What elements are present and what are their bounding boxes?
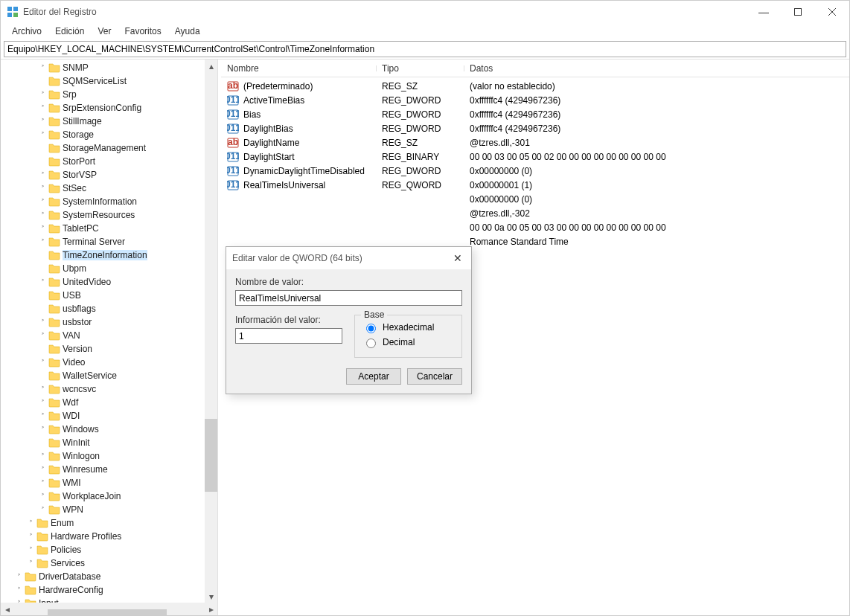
key-tree[interactable]: ˃SNMPSQMServiceList˃Srp˃SrpExtensionConf…	[1, 60, 218, 615]
expand-icon[interactable]: ˃	[36, 493, 48, 501]
expand-icon[interactable]: ˃	[25, 533, 36, 541]
dialog-titlebar[interactable]: Editar valor de QWORD (64 bits) ✕	[226, 247, 471, 269]
tree-item[interactable]: ˃Input	[1, 597, 217, 603]
tree-item[interactable]: ˃WDI	[1, 409, 217, 423]
column-type[interactable]: Tipo	[376, 63, 464, 74]
tree-item[interactable]: ˃StillImage	[1, 115, 217, 128]
expand-icon[interactable]: ˃	[36, 64, 48, 72]
tree-item[interactable]: ˃Winresume	[1, 463, 217, 476]
value-data-input[interactable]	[235, 328, 342, 344]
value-row[interactable]: 011DaylightStartREG_BINARY00 00 03 00 05…	[221, 150, 849, 164]
menu-view[interactable]: Ver	[91, 25, 118, 38]
tree-item[interactable]: ˃UnitedVideo	[1, 275, 217, 289]
minimize-button[interactable]: —	[747, 1, 781, 23]
tree-item[interactable]: ˃Services	[1, 556, 217, 570]
expand-icon[interactable]: ˃	[36, 479, 48, 487]
expand-icon[interactable]: ˃	[36, 225, 48, 233]
tree-item[interactable]: ˃Terminal Server	[1, 235, 217, 248]
tree-item[interactable]: ˃Enum	[1, 516, 217, 530]
tree-item[interactable]: Ubpm	[1, 262, 217, 275]
menu-favorites[interactable]: Favoritos	[118, 25, 167, 38]
maximize-button[interactable]	[781, 1, 815, 23]
expand-icon[interactable]: ˃	[36, 211, 48, 219]
tree-horizontal-scrollbar[interactable]: ◂ ▸	[1, 603, 217, 615]
tree-item[interactable]: ˃SrpExtensionConfig	[1, 101, 217, 115]
tree-item[interactable]: ˃Policies	[1, 543, 217, 556]
expand-icon[interactable]: ˃	[36, 412, 48, 420]
tree-item[interactable]: SQMServiceList	[1, 74, 217, 88]
expand-icon[interactable]: ˃	[25, 546, 36, 554]
expand-icon[interactable]: ˃	[36, 506, 48, 514]
expand-icon[interactable]: ˃	[25, 559, 36, 568]
expand-icon[interactable]: ˃	[36, 385, 48, 394]
tree-item[interactable]: ˃HardwareConfig	[1, 583, 217, 597]
tree-vertical-scrollbar[interactable]: ▴ ▾	[205, 60, 217, 603]
tree-item[interactable]: WalletService	[1, 369, 217, 382]
tree-item[interactable]: ˃WorkplaceJoin	[1, 490, 217, 503]
address-bar[interactable]	[4, 41, 846, 57]
menu-file[interactable]: Archivo	[5, 25, 48, 38]
value-row[interactable]: 011DynamicDaylightTimeDisabledREG_DWORD0…	[221, 164, 849, 178]
tree-item[interactable]: ˃WMI	[1, 476, 217, 490]
expand-icon[interactable]: ˃	[36, 452, 48, 461]
value-name-input[interactable]	[235, 290, 462, 306]
tree-item[interactable]: ˃Hardware Profiles	[1, 530, 217, 543]
column-data[interactable]: Datos	[464, 63, 849, 74]
value-row[interactable]: 00 00 0a 00 05 00 03 00 00 00 00 00 00 0…	[221, 220, 849, 234]
radio-hexadecimal-input[interactable]	[366, 324, 376, 333]
tree-item[interactable]: ˃Video	[1, 356, 217, 369]
menu-help[interactable]: Ayuda	[168, 25, 207, 38]
tree-item[interactable]: Version	[1, 342, 217, 356]
tree-item[interactable]: StorPort	[1, 155, 217, 168]
ok-button[interactable]: Aceptar	[346, 368, 401, 385]
tree-item[interactable]: ˃Windows	[1, 423, 217, 436]
tree-item[interactable]: ˃StSec	[1, 182, 217, 195]
tree-item[interactable]: ˃VAN	[1, 329, 217, 342]
tree-item[interactable]: StorageManagement	[1, 141, 217, 155]
expand-icon[interactable]: ˃	[36, 131, 48, 139]
column-name[interactable]: Nombre	[221, 63, 376, 74]
value-row[interactable]: 011BiasREG_DWORD0xffffffc4 (4294967236)	[221, 107, 849, 121]
tree-item[interactable]: WinInit	[1, 436, 217, 449]
expand-icon[interactable]: ˃	[36, 238, 48, 246]
value-row[interactable]: 011RealTimeIsUniversalREG_QWORD0x0000000…	[221, 178, 849, 192]
value-row[interactable]: 011DaylightBiasREG_DWORD0xffffffc4 (4294…	[221, 121, 849, 135]
value-row[interactable]: @tzres.dll,-302	[221, 206, 849, 220]
tree-item[interactable]: ˃Winlogon	[1, 449, 217, 463]
expand-icon[interactable]: ˃	[36, 171, 48, 179]
cancel-button[interactable]: Cancelar	[407, 368, 462, 385]
radio-hexadecimal[interactable]: Hexadecimal	[362, 320, 454, 335]
expand-icon[interactable]: ˃	[36, 278, 48, 286]
close-button[interactable]	[815, 1, 849, 23]
expand-icon[interactable]: ˃	[36, 426, 48, 434]
expand-icon[interactable]: ˃	[13, 573, 25, 581]
tree-item[interactable]: ˃SystemResources	[1, 208, 217, 222]
expand-icon[interactable]: ˃	[36, 104, 48, 112]
tree-item[interactable]: usbflags	[1, 302, 217, 315]
tree-item[interactable]: ˃TabletPC	[1, 222, 217, 235]
tree-item[interactable]: ˃Wdf	[1, 396, 217, 409]
radio-decimal[interactable]: Decimal	[362, 335, 454, 350]
tree-item[interactable]: ˃SNMP	[1, 61, 217, 74]
expand-icon[interactable]: ˃	[36, 91, 48, 99]
tree-item[interactable]: TimeZoneInformation	[1, 248, 217, 262]
expand-icon[interactable]: ˃	[36, 332, 48, 340]
tree-item[interactable]: ˃StorVSP	[1, 168, 217, 182]
expand-icon[interactable]: ˃	[36, 318, 48, 327]
expand-icon[interactable]: ˃	[36, 185, 48, 193]
expand-icon[interactable]: ˃	[13, 586, 25, 594]
expand-icon[interactable]: ˃	[36, 399, 48, 407]
value-row[interactable]: 011ActiveTimeBiasREG_DWORD0xffffffc4 (42…	[221, 93, 849, 107]
expand-icon[interactable]: ˃	[36, 118, 48, 126]
tree-item[interactable]: ˃SystemInformation	[1, 195, 217, 208]
tree-item[interactable]: ˃DriverDatabase	[1, 570, 217, 583]
expand-icon[interactable]: ˃	[25, 519, 36, 527]
tree-item[interactable]: ˃wcncsvc	[1, 382, 217, 396]
expand-icon[interactable]: ˃	[36, 466, 48, 474]
tree-item[interactable]: ˃WPN	[1, 503, 217, 516]
menu-edit[interactable]: Edición	[48, 25, 91, 38]
expand-icon[interactable]: ˃	[36, 198, 48, 206]
expand-icon[interactable]: ˃	[36, 359, 48, 367]
radio-decimal-input[interactable]	[366, 339, 376, 348]
value-row[interactable]: abDaylightNameREG_SZ@tzres.dll,-301	[221, 135, 849, 150]
